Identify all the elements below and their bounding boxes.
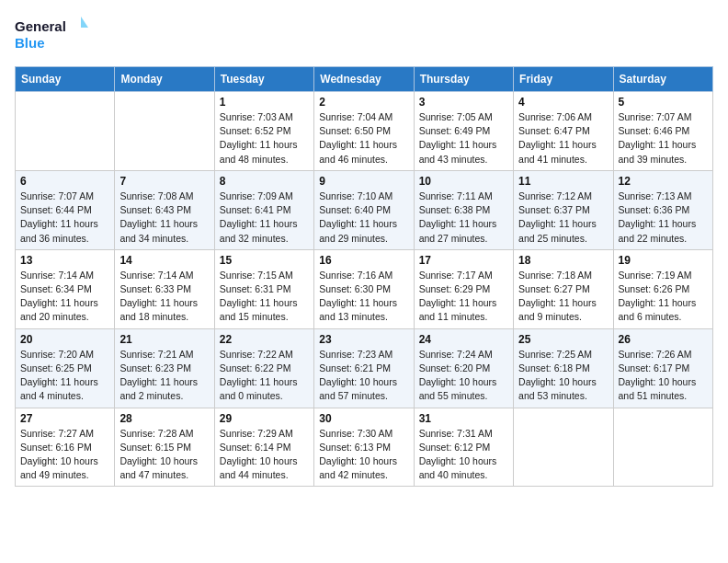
weekday-header-row: SundayMondayTuesdayWednesdayThursdayFrid… [16, 67, 713, 92]
day-cell-11: 11Sunrise: 7:12 AMSunset: 6:37 PMDayligh… [514, 170, 613, 249]
day-info: Sunrise: 7:30 AMSunset: 6:13 PMDaylight:… [319, 427, 408, 483]
day-number: 19 [619, 254, 708, 267]
day-cell-26: 26Sunrise: 7:26 AMSunset: 6:17 PMDayligh… [613, 328, 712, 408]
weekday-header-saturday: Saturday [613, 67, 712, 92]
day-number: 6 [20, 175, 109, 188]
day-cell-25: 25Sunrise: 7:25 AMSunset: 6:18 PMDayligh… [514, 328, 613, 408]
day-cell-22: 22Sunrise: 7:22 AMSunset: 6:22 PMDayligh… [214, 328, 313, 408]
day-cell-20: 20Sunrise: 7:20 AMSunset: 6:25 PMDayligh… [16, 328, 115, 408]
day-number: 4 [518, 96, 608, 109]
day-number: 12 [619, 175, 708, 188]
day-cell-7: 7Sunrise: 7:08 AMSunset: 6:43 PMDaylight… [115, 170, 214, 249]
day-cell-4: 4Sunrise: 7:06 AMSunset: 6:47 PMDaylight… [514, 92, 613, 171]
day-number: 2 [319, 96, 408, 109]
day-info: Sunrise: 7:29 AMSunset: 6:14 PMDaylight:… [220, 427, 309, 483]
page-header: General Blue [15, 15, 713, 55]
day-info: Sunrise: 7:07 AMSunset: 6:46 PMDaylight:… [619, 110, 708, 167]
day-number: 29 [220, 412, 309, 425]
svg-marker-3 [81, 17, 88, 28]
day-info: Sunrise: 7:28 AMSunset: 6:15 PMDaylight:… [119, 427, 209, 483]
day-cell-18: 18Sunrise: 7:18 AMSunset: 6:27 PMDayligh… [514, 249, 613, 328]
day-info: Sunrise: 7:18 AMSunset: 6:27 PMDaylight:… [518, 269, 608, 325]
day-number: 3 [419, 96, 508, 109]
day-cell-17: 17Sunrise: 7:17 AMSunset: 6:29 PMDayligh… [414, 249, 513, 328]
day-cell-2: 2Sunrise: 7:04 AMSunset: 6:50 PMDaylight… [314, 92, 414, 171]
weekday-header-wednesday: Wednesday [314, 67, 414, 92]
day-number: 21 [119, 333, 209, 346]
day-number: 24 [419, 333, 508, 346]
day-number: 25 [518, 333, 608, 346]
day-info: Sunrise: 7:10 AMSunset: 6:40 PMDaylight:… [319, 190, 408, 246]
day-number: 7 [119, 175, 209, 188]
day-number: 8 [220, 175, 309, 188]
svg-text:Blue: Blue [15, 35, 45, 51]
weekday-header-monday: Monday [115, 67, 214, 92]
day-cell-10: 10Sunrise: 7:11 AMSunset: 6:38 PMDayligh… [414, 170, 513, 249]
weekday-header-sunday: Sunday [16, 67, 115, 92]
day-info: Sunrise: 7:21 AMSunset: 6:23 PMDaylight:… [119, 348, 209, 404]
day-info: Sunrise: 7:26 AMSunset: 6:17 PMDaylight:… [619, 348, 708, 404]
day-info: Sunrise: 7:14 AMSunset: 6:33 PMDaylight:… [119, 269, 209, 325]
calendar-body: 1Sunrise: 7:03 AMSunset: 6:52 PMDaylight… [16, 92, 713, 487]
week-row-4: 20Sunrise: 7:20 AMSunset: 6:25 PMDayligh… [16, 328, 713, 408]
day-cell-19: 19Sunrise: 7:19 AMSunset: 6:26 PMDayligh… [613, 249, 712, 328]
day-number: 27 [20, 412, 109, 425]
day-number: 11 [518, 175, 608, 188]
week-row-2: 6Sunrise: 7:07 AMSunset: 6:44 PMDaylight… [16, 170, 713, 249]
day-info: Sunrise: 7:11 AMSunset: 6:38 PMDaylight:… [419, 190, 508, 246]
day-info: Sunrise: 7:31 AMSunset: 6:12 PMDaylight:… [419, 427, 508, 483]
day-info: Sunrise: 7:07 AMSunset: 6:44 PMDaylight:… [20, 190, 109, 246]
weekday-header-friday: Friday [514, 67, 613, 92]
day-cell-31: 31Sunrise: 7:31 AMSunset: 6:12 PMDayligh… [414, 408, 513, 487]
day-number: 10 [419, 175, 508, 188]
day-cell-29: 29Sunrise: 7:29 AMSunset: 6:14 PMDayligh… [214, 408, 313, 487]
day-info: Sunrise: 7:08 AMSunset: 6:43 PMDaylight:… [119, 190, 209, 246]
day-cell-30: 30Sunrise: 7:30 AMSunset: 6:13 PMDayligh… [314, 408, 414, 487]
empty-cell [613, 408, 712, 487]
day-info: Sunrise: 7:03 AMSunset: 6:52 PMDaylight:… [220, 110, 309, 167]
week-row-3: 13Sunrise: 7:14 AMSunset: 6:34 PMDayligh… [16, 249, 713, 328]
day-number: 14 [119, 254, 209, 267]
day-cell-8: 8Sunrise: 7:09 AMSunset: 6:41 PMDaylight… [214, 170, 313, 249]
empty-cell [16, 92, 115, 171]
day-cell-13: 13Sunrise: 7:14 AMSunset: 6:34 PMDayligh… [16, 249, 115, 328]
day-number: 22 [220, 333, 309, 346]
day-number: 18 [518, 254, 608, 267]
day-info: Sunrise: 7:05 AMSunset: 6:49 PMDaylight:… [419, 110, 508, 167]
week-row-1: 1Sunrise: 7:03 AMSunset: 6:52 PMDaylight… [16, 92, 713, 171]
day-cell-16: 16Sunrise: 7:16 AMSunset: 6:30 PMDayligh… [314, 249, 414, 328]
weekday-header-tuesday: Tuesday [214, 67, 313, 92]
day-number: 15 [220, 254, 309, 267]
day-cell-21: 21Sunrise: 7:21 AMSunset: 6:23 PMDayligh… [115, 328, 214, 408]
day-info: Sunrise: 7:16 AMSunset: 6:30 PMDaylight:… [319, 269, 408, 325]
day-cell-1: 1Sunrise: 7:03 AMSunset: 6:52 PMDaylight… [214, 92, 313, 171]
day-number: 26 [619, 333, 708, 346]
day-info: Sunrise: 7:13 AMSunset: 6:36 PMDaylight:… [619, 190, 708, 246]
day-cell-9: 9Sunrise: 7:10 AMSunset: 6:40 PMDaylight… [314, 170, 414, 249]
day-info: Sunrise: 7:19 AMSunset: 6:26 PMDaylight:… [619, 269, 708, 325]
day-cell-6: 6Sunrise: 7:07 AMSunset: 6:44 PMDaylight… [16, 170, 115, 249]
day-info: Sunrise: 7:27 AMSunset: 6:16 PMDaylight:… [20, 427, 109, 483]
logo: General Blue [15, 15, 88, 55]
day-info: Sunrise: 7:04 AMSunset: 6:50 PMDaylight:… [319, 110, 408, 167]
day-number: 9 [319, 175, 408, 188]
day-info: Sunrise: 7:15 AMSunset: 6:31 PMDaylight:… [220, 269, 309, 325]
empty-cell [514, 408, 613, 487]
day-number: 30 [319, 412, 408, 425]
day-number: 28 [119, 412, 209, 425]
day-cell-28: 28Sunrise: 7:28 AMSunset: 6:15 PMDayligh… [115, 408, 214, 487]
day-number: 1 [220, 96, 309, 109]
day-number: 20 [20, 333, 109, 346]
day-info: Sunrise: 7:20 AMSunset: 6:25 PMDaylight:… [20, 348, 109, 404]
svg-text:General: General [15, 18, 66, 34]
day-cell-24: 24Sunrise: 7:24 AMSunset: 6:20 PMDayligh… [414, 328, 513, 408]
day-cell-5: 5Sunrise: 7:07 AMSunset: 6:46 PMDaylight… [613, 92, 712, 171]
weekday-header-thursday: Thursday [414, 67, 513, 92]
day-info: Sunrise: 7:17 AMSunset: 6:29 PMDaylight:… [419, 269, 508, 325]
day-number: 23 [319, 333, 408, 346]
day-cell-3: 3Sunrise: 7:05 AMSunset: 6:49 PMDaylight… [414, 92, 513, 171]
day-info: Sunrise: 7:25 AMSunset: 6:18 PMDaylight:… [518, 348, 608, 404]
day-info: Sunrise: 7:23 AMSunset: 6:21 PMDaylight:… [319, 348, 408, 404]
empty-cell [115, 92, 214, 171]
day-number: 31 [419, 412, 508, 425]
